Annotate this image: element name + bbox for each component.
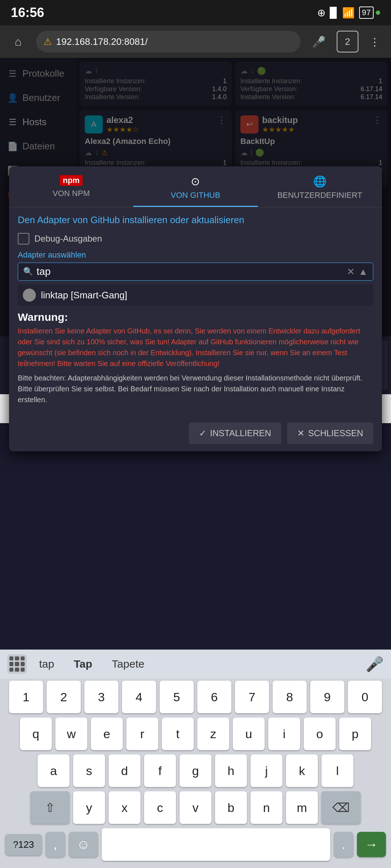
- suggestion-row[interactable]: linktap [Smart-Gang]: [18, 284, 373, 306]
- key-9[interactable]: 9: [310, 681, 344, 713]
- keyboard-number-row: 1 2 3 4 5 6 7 8 9 0: [0, 678, 391, 715]
- suggestion-tap-lower[interactable]: tap: [32, 658, 62, 670]
- home-icon: ⌂: [14, 35, 21, 48]
- mic-icon: 🎤: [312, 35, 325, 48]
- keyboard-suggestion-left: tap Tap Tapete: [7, 654, 152, 674]
- browser-url-bar[interactable]: ⚠ 192.168.178.20:8081/: [36, 31, 300, 52]
- key-1[interactable]: 1: [9, 681, 43, 713]
- key-d[interactable]: d: [109, 754, 140, 787]
- modal-subtitle: Den Adapter von GitHub installieren oder…: [18, 214, 373, 226]
- number-symbol-key[interactable]: ?123: [5, 834, 42, 855]
- search-clear-button[interactable]: ✕: [347, 266, 355, 277]
- key-5[interactable]: 5: [160, 681, 194, 713]
- menu-dots-icon: ⋮: [369, 35, 380, 48]
- browser-home-button[interactable]: ⌂: [7, 31, 29, 52]
- modal-tabs: npm VON NPM ⊙ VON GITHUB 🌐 BENUTZERDEFIN…: [9, 166, 382, 207]
- wifi-icon: 📶: [342, 7, 355, 19]
- enter-key[interactable]: →: [357, 832, 386, 857]
- key-p[interactable]: p: [339, 718, 371, 750]
- key-q[interactable]: q: [20, 718, 52, 750]
- tab-custom-label: BENUTZERDEFINIERT: [277, 191, 362, 200]
- key-h[interactable]: h: [215, 754, 247, 787]
- debug-label: Debug-Ausgaben: [34, 234, 102, 244]
- close-x-icon: ✕: [297, 428, 304, 438]
- status-bar: 16:56 ⊕ ▉ 📶 97: [0, 0, 391, 25]
- install-button[interactable]: ✓ INSTALLIEREN: [189, 422, 281, 444]
- key-s[interactable]: s: [73, 754, 105, 787]
- close-button[interactable]: ✕ SCHLIESSEN: [287, 422, 373, 444]
- tab-npm-label: VON NPM: [52, 189, 90, 198]
- key-0[interactable]: 0: [348, 681, 382, 713]
- app-grid-icon[interactable]: [7, 654, 27, 674]
- backspace-key[interactable]: ⌫: [321, 791, 361, 824]
- tab-github[interactable]: ⊙ VON GITHUB: [133, 166, 257, 207]
- comma-key[interactable]: ,: [46, 832, 65, 857]
- emoji-key[interactable]: ☺: [69, 832, 98, 857]
- battery-dot: [376, 10, 380, 15]
- suggestion-text: linktap [Smart-Gang]: [41, 290, 127, 301]
- info-text: Bitte beachten: Adapterabhängigkeiten we…: [18, 373, 373, 405]
- debug-checkbox[interactable]: [18, 233, 29, 244]
- key-y[interactable]: y: [73, 791, 105, 824]
- search-input-row[interactable]: 🔍 ✕ ▲: [18, 263, 373, 281]
- shift-key[interactable]: ⇧: [30, 791, 70, 824]
- key-a[interactable]: a: [38, 754, 70, 787]
- key-7[interactable]: 7: [235, 681, 269, 713]
- key-6[interactable]: 6: [197, 681, 231, 713]
- tab-npm[interactable]: npm VON NPM: [9, 166, 133, 207]
- modal-dialog: npm VON NPM ⊙ VON GITHUB 🌐 BENUTZERDEFIN…: [9, 166, 382, 451]
- key-r[interactable]: r: [126, 718, 158, 750]
- key-i[interactable]: i: [268, 718, 300, 750]
- keyboard-mic-icon[interactable]: 🎤: [366, 656, 384, 673]
- key-b[interactable]: b: [215, 791, 247, 824]
- bluetooth-icon: ⊕: [317, 7, 325, 19]
- key-u[interactable]: u: [233, 718, 265, 750]
- keyboard-bottom-row: ?123 , ☺ . →: [0, 826, 391, 868]
- key-j[interactable]: j: [251, 754, 282, 787]
- status-time: 16:56: [11, 5, 44, 20]
- tab-github-label: VON GITHUB: [171, 191, 220, 200]
- key-t[interactable]: t: [162, 718, 194, 750]
- key-m[interactable]: m: [286, 791, 318, 824]
- npm-icon: npm: [60, 175, 82, 186]
- space-key[interactable]: [102, 828, 330, 861]
- key-g[interactable]: g: [180, 754, 211, 787]
- keyboard: tap Tap Tapete 🎤 1 2 3 4 5 6 7 8 9 0 q w…: [0, 650, 391, 868]
- key-v[interactable]: v: [180, 791, 211, 824]
- browser-mic-button[interactable]: 🎤: [308, 31, 329, 52]
- key-f[interactable]: f: [144, 754, 176, 787]
- search-input[interactable]: [37, 266, 343, 277]
- tab-custom[interactable]: 🌐 BENUTZERDEFINIERT: [258, 166, 382, 207]
- key-8[interactable]: 8: [273, 681, 307, 713]
- warning-text: Installieren Sie keine Adapter von GitHu…: [18, 326, 373, 369]
- key-x[interactable]: x: [109, 791, 140, 824]
- search-expand-button[interactable]: ▲: [358, 266, 368, 277]
- key-l[interactable]: l: [321, 754, 353, 787]
- period-key[interactable]: .: [334, 832, 353, 857]
- browser-menu-button[interactable]: ⋮: [366, 31, 384, 52]
- key-e[interactable]: e: [91, 718, 123, 750]
- key-w[interactable]: w: [55, 718, 87, 750]
- install-check-icon: ✓: [199, 428, 206, 438]
- keyboard-row-qwerty: q w e r t z u i o p: [0, 715, 391, 752]
- browser-tab-button[interactable]: 2: [337, 31, 358, 52]
- key-n[interactable]: n: [251, 791, 282, 824]
- key-o[interactable]: o: [304, 718, 336, 750]
- key-3[interactable]: 3: [84, 681, 118, 713]
- github-icon: ⊙: [191, 175, 200, 188]
- key-2[interactable]: 2: [47, 681, 81, 713]
- suggestion-icon: [23, 289, 36, 302]
- warning-title: Warnung:: [18, 311, 373, 323]
- tab-count: 2: [345, 36, 350, 47]
- battery-indicator: 97: [359, 7, 380, 19]
- keyboard-row-bottom-letters: ⇧ y x c v b n m ⌫: [0, 789, 391, 826]
- key-c[interactable]: c: [144, 791, 176, 824]
- key-z[interactable]: z: [197, 718, 229, 750]
- key-k[interactable]: k: [286, 754, 318, 787]
- status-icons: ⊕ ▉ 📶 97: [317, 7, 380, 19]
- debug-checkbox-row: Debug-Ausgaben: [18, 233, 373, 244]
- url-text: 192.168.178.20:8081/: [56, 36, 293, 47]
- key-4[interactable]: 4: [122, 681, 156, 713]
- suggestion-tap-upper[interactable]: Tap: [67, 658, 100, 670]
- suggestion-tapete[interactable]: Tapete: [105, 658, 152, 670]
